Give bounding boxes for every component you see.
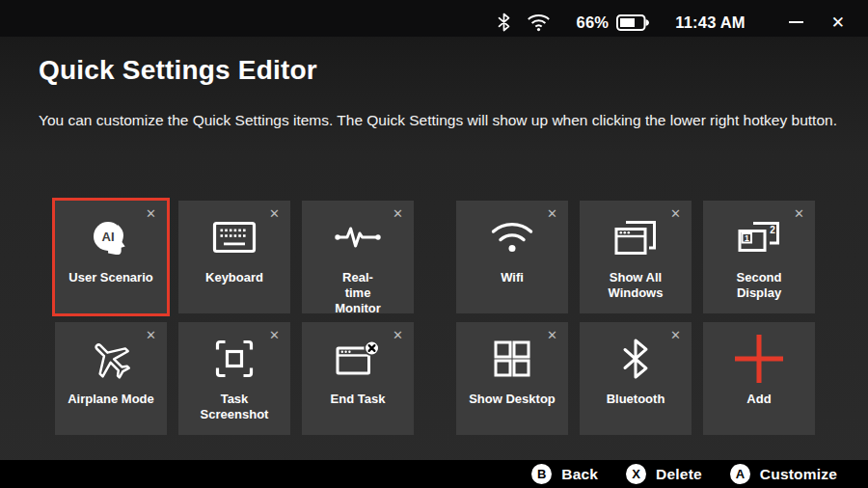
ai-head-icon: AI (90, 211, 132, 263)
tile-second-display[interactable]: ✕ 21 Second Display (703, 201, 815, 313)
screenshot-frame-icon (215, 333, 254, 385)
hint-label: Delete (656, 466, 702, 483)
bluetooth-status-icon (498, 13, 510, 32)
svg-text:AI: AI (102, 230, 115, 244)
tile-label: Wifi (501, 270, 524, 303)
remove-icon[interactable]: ✕ (393, 207, 403, 220)
pulse-icon (335, 211, 381, 263)
x-button-icon: X (626, 464, 646, 484)
windows-stack-icon (614, 211, 657, 263)
tile-task-screenshot[interactable]: ✕ Task Screenshot (178, 322, 290, 435)
svg-text:2: 2 (770, 225, 775, 235)
end-task-window-icon (336, 333, 380, 385)
page-title: Quick Settings Editor (39, 55, 317, 86)
tile-show-desktop[interactable]: ✕ Show Desktop (456, 322, 568, 435)
quick-settings-grid: ✕ AI User Scenario ✕ Keyboard ✕ Real-tim… (55, 201, 815, 435)
wifi-status-icon (527, 14, 551, 32)
airplane-icon (88, 333, 134, 385)
group-gap (425, 201, 445, 313)
dual-display-icon: 21 (738, 211, 780, 263)
tile-label: Show Desktop (469, 392, 556, 424)
hint-label: Back (561, 466, 598, 483)
tile-end-task[interactable]: ✕ End Task (302, 322, 414, 435)
tile-show-all-windows[interactable]: ✕ Show All Windows (580, 201, 692, 313)
remove-icon[interactable]: ✕ (269, 207, 280, 220)
remove-icon[interactable]: ✕ (670, 207, 681, 220)
remove-icon[interactable]: ✕ (269, 329, 280, 341)
page-description: You can customize the Quick Settings ite… (39, 109, 849, 131)
gamepad-hint-bar: B Back X Delete A Customize (0, 460, 868, 488)
tile-user-scenario[interactable]: ✕ AI User Scenario (55, 201, 167, 313)
tile-label: Real-time Monitor (335, 270, 381, 303)
tile-add[interactable]: Add (703, 322, 815, 435)
hint-customize[interactable]: A Customize (730, 464, 837, 484)
hint-delete[interactable]: X Delete (626, 464, 702, 484)
clock: 11:43 AM (675, 14, 746, 32)
app-grid-icon (493, 333, 531, 385)
remove-icon[interactable]: ✕ (547, 329, 557, 341)
battery-percent: 66% (577, 14, 610, 32)
tile-wifi[interactable]: ✕ Wifi (456, 201, 568, 313)
remove-icon[interactable]: ✕ (670, 329, 681, 341)
tile-label: Add (746, 392, 771, 424)
quick-settings-editor-screen: 66% 11:43 AM ✕ Quick Settings Editor You… (0, 0, 868, 488)
a-button-icon: A (730, 464, 750, 484)
tile-label: Second Display (737, 270, 782, 303)
battery-icon (616, 14, 650, 32)
hint-label: Customize (760, 466, 837, 483)
remove-icon[interactable]: ✕ (794, 207, 804, 220)
tile-label: Show All Windows (609, 270, 664, 303)
remove-icon[interactable]: ✕ (393, 329, 403, 341)
tile-label: Bluetooth (607, 392, 665, 424)
tile-label: User Scenario (68, 270, 152, 303)
remove-icon[interactable]: ✕ (146, 207, 156, 220)
remove-icon[interactable]: ✕ (146, 329, 156, 341)
svg-text:1: 1 (745, 233, 749, 243)
plus-icon (731, 333, 787, 385)
remove-icon[interactable]: ✕ (547, 207, 557, 220)
minimize-button[interactable] (789, 10, 804, 35)
status-bar: 66% 11:43 AM ✕ (0, 0, 868, 37)
group-gap (425, 322, 445, 435)
close-button[interactable]: ✕ (831, 14, 845, 31)
tile-realtime-monitor[interactable]: ✕ Real-time Monitor (302, 201, 414, 313)
tile-label: Airplane Mode (68, 392, 154, 424)
b-button-icon: B (531, 464, 552, 484)
tile-airplane-mode[interactable]: ✕ Airplane Mode (55, 322, 167, 435)
wifi-icon (490, 211, 534, 263)
hint-back[interactable]: B Back (531, 464, 598, 484)
bluetooth-icon (621, 333, 650, 385)
keyboard-icon (212, 211, 257, 263)
tile-label: Task Screenshot (201, 392, 269, 424)
tile-label: End Task (331, 392, 386, 424)
tile-keyboard[interactable]: ✕ Keyboard (178, 201, 290, 313)
tile-label: Keyboard (205, 270, 263, 303)
tile-bluetooth[interactable]: ✕ Bluetooth (580, 322, 692, 435)
